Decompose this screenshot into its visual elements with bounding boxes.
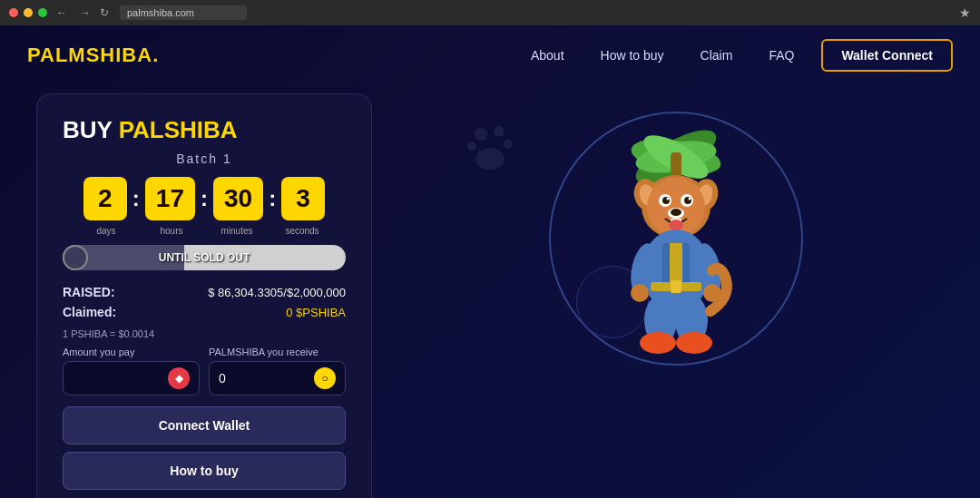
nav-faq[interactable]: FAQ <box>769 48 794 63</box>
buy-card-title: BUY PALSHIBA <box>63 116 346 144</box>
connect-wallet-button[interactable]: Connect Wallet <box>63 406 346 444</box>
navbar: PALMSHIBA. About How to buy Claim FAQ Wa… <box>0 25 980 84</box>
pay-input-wrapper: ◆ <box>63 361 200 395</box>
claimed-value: 0 $PSHIBA <box>286 306 346 319</box>
receive-label: PALMSHIBA you receive <box>209 347 346 357</box>
label-hours: hours <box>150 226 193 236</box>
svg-point-21 <box>689 198 691 200</box>
countdown-days: 2 <box>83 177 127 220</box>
right-side <box>408 93 944 498</box>
countdown-minutes: 30 <box>213 177 263 220</box>
receive-input-col: PALMSHIBA you receive ○ <box>209 347 346 395</box>
claimed-label: Claimed: <box>63 305 116 319</box>
browser-back-btn[interactable]: ← <box>53 6 71 19</box>
svg-point-2 <box>467 142 476 151</box>
svg-rect-35 <box>671 280 681 293</box>
dog-character <box>585 130 767 366</box>
countdown-colon-3: : <box>269 186 276 211</box>
batch-label: Batch 1 <box>63 151 346 166</box>
palm-token-icon: ○ <box>314 367 336 389</box>
buy-title-highlight: PALSHIBA <box>119 116 238 143</box>
stats-section: RAISED: $ 86,304.3305/$2,000,000 Claimed… <box>63 285 346 319</box>
svg-point-1 <box>494 126 505 137</box>
browser-max-dot <box>38 8 47 17</box>
raised-label: RAISED: <box>63 285 115 299</box>
browser-reload-btn[interactable]: ↻ <box>100 6 109 19</box>
rate-label: 1 PSHIBA = $0.0014 <box>63 328 346 339</box>
svg-point-32 <box>631 284 649 302</box>
progress-bar: UNTIL SOLD OUT <box>63 245 346 270</box>
svg-point-39 <box>676 332 712 354</box>
pay-label: Amount you pay <box>63 347 200 357</box>
label-seconds: seconds <box>280 226 324 236</box>
pay-input-col: Amount you pay ◆ <box>63 347 200 395</box>
nav-claim[interactable]: Claim <box>701 48 733 63</box>
tron-icon: ◆ <box>168 367 190 389</box>
browser-chrome: ← → ↻ palmshiba.com ★ <box>0 0 980 25</box>
svg-point-20 <box>667 198 670 200</box>
progress-circle <box>63 245 88 270</box>
paw-print-icon <box>463 121 517 175</box>
label-days: days <box>84 226 128 236</box>
pay-input[interactable] <box>73 371 161 386</box>
countdown-seconds: 3 <box>281 177 325 220</box>
countdown-timer: 2 : 17 : 30 : 3 <box>63 177 346 220</box>
input-section: Amount you pay ◆ PALMSHIBA you receive ○ <box>63 347 346 395</box>
raised-value: $ 86,304.3305/$2,000,000 <box>208 286 346 299</box>
claimed-row: Claimed: 0 $PSHIBA <box>63 305 346 319</box>
browser-min-dot <box>24 8 33 17</box>
buy-card: BUY PALSHIBA Batch 1 2 : 17 : 30 : 3 day… <box>36 93 372 498</box>
nav-about[interactable]: About <box>531 48 564 63</box>
countdown-colon-1: : <box>132 186 140 211</box>
nav-how-to-buy[interactable]: How to buy <box>601 48 664 63</box>
svg-point-4 <box>475 148 505 170</box>
wallet-connect-button[interactable]: Wallet Connect <box>821 39 953 72</box>
page-content: PALMSHIBA. About How to buy Claim FAQ Wa… <box>0 25 980 498</box>
receive-input[interactable] <box>219 371 307 386</box>
browser-forward-btn[interactable]: → <box>76 6 94 19</box>
svg-point-0 <box>475 128 487 141</box>
buy-title-prefix: BUY <box>63 116 119 143</box>
browser-bookmark-icon[interactable]: ★ <box>959 5 971 20</box>
browser-close-dot <box>9 8 18 17</box>
character-circle <box>549 112 803 366</box>
main-content: BUY PALSHIBA Batch 1 2 : 17 : 30 : 3 day… <box>0 84 980 498</box>
browser-url-bar[interactable]: palmshiba.com <box>120 5 247 20</box>
countdown-labels: days hours minutes seconds <box>63 226 346 236</box>
progress-label: UNTIL SOLD OUT <box>159 251 250 264</box>
site-logo[interactable]: PALMSHIBA. <box>27 44 159 67</box>
countdown-colon-2: : <box>201 186 208 211</box>
raised-row: RAISED: $ 86,304.3305/$2,000,000 <box>63 285 346 299</box>
receive-input-wrapper: ○ <box>209 361 346 395</box>
svg-point-38 <box>640 332 676 354</box>
nav-links: About How to buy Claim FAQ <box>531 48 794 63</box>
svg-point-26 <box>669 220 683 230</box>
progress-container: UNTIL SOLD OUT <box>63 245 346 270</box>
how-to-buy-button[interactable]: How to buy <box>63 452 346 490</box>
svg-point-3 <box>504 140 513 149</box>
countdown-hours: 17 <box>145 177 195 220</box>
svg-point-23 <box>671 209 681 216</box>
label-minutes: minutes <box>215 226 259 236</box>
